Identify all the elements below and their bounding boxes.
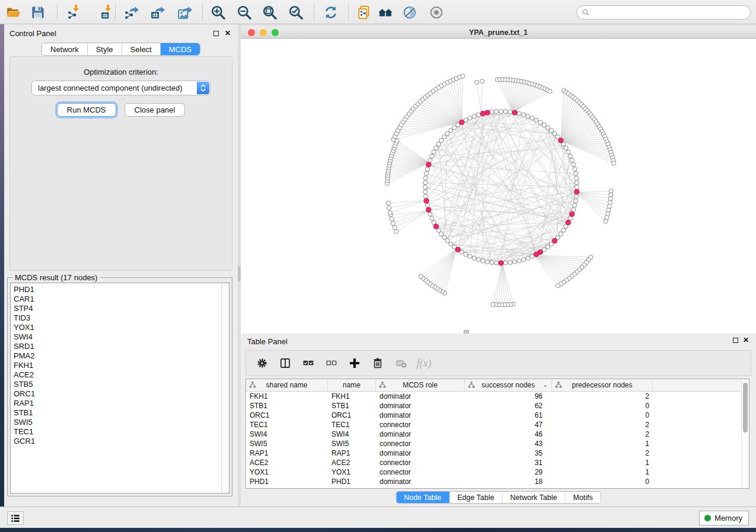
table-row[interactable]: STB1STB1dominator620 (246, 401, 741, 411)
tab-node-table[interactable]: Node Table (396, 492, 449, 503)
cell: SWI4 (328, 430, 376, 438)
mcds-result-item[interactable]: SRD1 (14, 342, 221, 351)
clone-network-icon[interactable] (356, 4, 372, 21)
cell: STB1 (328, 402, 376, 410)
delete-icon[interactable] (371, 357, 384, 370)
scrollbar-thumb[interactable] (743, 383, 748, 432)
column-header-name[interactable]: name (328, 379, 376, 391)
import-table-icon[interactable] (98, 4, 115, 21)
mcds-result-list: PHD1CAR1STP4TID3YOX1SWI4SRD1PMA2FKH1ACE2… (10, 283, 221, 493)
table-row[interactable]: SWI5SWI5connector431 (246, 439, 741, 448)
mcds-result-item[interactable]: TID3 (14, 313, 221, 323)
table-panel-close-button[interactable]: ✕ (742, 336, 750, 344)
run-mcds-button[interactable]: Run MCDS (57, 103, 116, 117)
gear-icon[interactable] (256, 357, 269, 370)
column-header-successor-nodes[interactable]: successor nodes⌄ (465, 379, 552, 391)
mcds-result-item[interactable]: YOX1 (14, 323, 221, 332)
mcds-result-item[interactable]: RAP1 (14, 399, 221, 408)
zoom-in-icon[interactable] (210, 4, 227, 21)
table-row[interactable]: ACE2ACE2connector311 (246, 458, 741, 467)
table-row[interactable]: TEC1TEC1connector472 (246, 420, 741, 430)
cell: SWI5 (246, 440, 328, 448)
mcds-result-item[interactable]: STB1 (14, 408, 221, 418)
cell: 1 (552, 459, 653, 467)
mcds-result-item[interactable]: SWI5 (14, 418, 221, 427)
mcds-result-item[interactable]: STP4 (14, 304, 221, 313)
mcds-result-item[interactable]: PMA2 (14, 351, 221, 361)
open-file-icon[interactable] (5, 4, 22, 21)
table-panel: Table Panel ✕ f(x) shared namenameMCDS r… (241, 334, 756, 507)
mcds-result-item[interactable]: GCR1 (14, 437, 221, 446)
optimization-criterion-select[interactable]: largest connected component (undirected) (31, 81, 210, 95)
table-row[interactable]: FKH1FKH1dominator962 (246, 392, 741, 401)
select-all-icon[interactable] (302, 357, 315, 370)
eye-icon[interactable] (428, 4, 445, 21)
save-session-icon[interactable] (30, 4, 46, 21)
refresh-icon[interactable] (323, 4, 339, 21)
zoom-selected-icon[interactable] (288, 4, 304, 21)
columns-icon[interactable] (279, 357, 292, 370)
table-panel-title: Table Panel (247, 337, 288, 346)
cell: dominator (376, 411, 465, 419)
mcds-result-item[interactable]: STB5 (14, 380, 221, 389)
control-panel-float-button[interactable] (212, 29, 220, 37)
network-window-title: YPA_prune.txt_1 (241, 28, 756, 37)
table-row[interactable]: YOX1YOX1connector291 (246, 467, 741, 477)
search-input[interactable] (576, 5, 751, 20)
zoom-out-icon[interactable] (236, 4, 253, 21)
tab-network-table[interactable]: Network Table (503, 492, 566, 503)
export-network-icon[interactable] (123, 4, 140, 21)
cell: 47 (465, 421, 552, 429)
mcds-result-item[interactable]: SWI4 (14, 332, 221, 342)
function-icon[interactable]: f(x) (417, 357, 430, 370)
table-row[interactable]: SWI4SWI4dominator462 (246, 430, 741, 439)
mcds-result-item[interactable]: ACE2 (14, 370, 221, 380)
tree-icon (555, 382, 562, 389)
table-panel-float-button[interactable] (731, 336, 739, 344)
export-image-icon[interactable] (177, 4, 193, 21)
network-canvas[interactable] (241, 39, 756, 334)
network-view-pane: YPA_prune.txt_1 Table Panel ✕ f(x) share… (241, 24, 756, 507)
mcds-panel: Optimization criterion: largest connecte… (9, 56, 232, 271)
cell: PHD1 (246, 477, 328, 486)
app-content: Control Panel ✕ NetworkStyleSelectMCDS O… (4, 24, 756, 507)
tab-mcds[interactable]: MCDS (161, 43, 200, 55)
control-panel-title: Control Panel (9, 29, 56, 38)
node-table-scrollbar[interactable] (741, 379, 749, 488)
import-network-icon[interactable] (66, 4, 83, 21)
export-table-icon[interactable] (149, 4, 166, 21)
tab-style[interactable]: Style (88, 43, 122, 55)
tab-motifs[interactable]: Motifs (565, 492, 600, 503)
close-panel-button[interactable]: Close panel (125, 103, 186, 117)
mcds-result-item[interactable]: CAR1 (14, 294, 221, 304)
table-row[interactable]: RAP1RAP1dominator352 (246, 448, 741, 458)
column-header-shared-name[interactable]: shared name (246, 379, 328, 391)
task-history-button[interactable] (7, 511, 24, 525)
tab-network[interactable]: Network (42, 43, 88, 55)
column-header-predecessor-nodes[interactable]: predecessor nodes (552, 379, 653, 391)
houses-icon[interactable] (377, 4, 394, 21)
mcds-result-scrollbar[interactable] (221, 283, 229, 493)
table-panel-tabs: Node TableEdge TableNetwork TableMotifs (395, 491, 601, 504)
mcds-result-title: MCDS result (17 nodes) (12, 273, 100, 282)
column-header-MCDS-role[interactable]: MCDS role (376, 379, 465, 391)
tab-edge-table[interactable]: Edge Table (449, 492, 502, 503)
memory-button[interactable]: Memory (699, 511, 749, 525)
deselect-all-icon[interactable] (325, 357, 338, 370)
mcds-result-item[interactable]: FKH1 (14, 361, 221, 370)
control-panel-close-button[interactable]: ✕ (224, 29, 232, 37)
tab-select[interactable]: Select (122, 43, 161, 55)
memory-status-icon (704, 515, 711, 521)
mcds-result-item[interactable]: ORC1 (14, 389, 221, 399)
zoom-fit-icon[interactable] (261, 4, 278, 21)
table-toolbar: f(x) (245, 350, 751, 376)
slashed-circle-icon[interactable] (401, 4, 418, 21)
select-stepper-icon (197, 82, 209, 94)
table-row[interactable]: ORC1ORC1dominator610 (246, 411, 741, 420)
mcds-result-item[interactable]: TEC1 (14, 427, 221, 437)
table-row[interactable]: PHD1PHD1dominator180 (246, 477, 741, 486)
delete-table-icon[interactable] (394, 357, 407, 370)
mcds-result-item[interactable]: PHD1 (14, 285, 221, 294)
cell: 29 (465, 468, 552, 476)
add-column-icon[interactable] (348, 357, 361, 370)
